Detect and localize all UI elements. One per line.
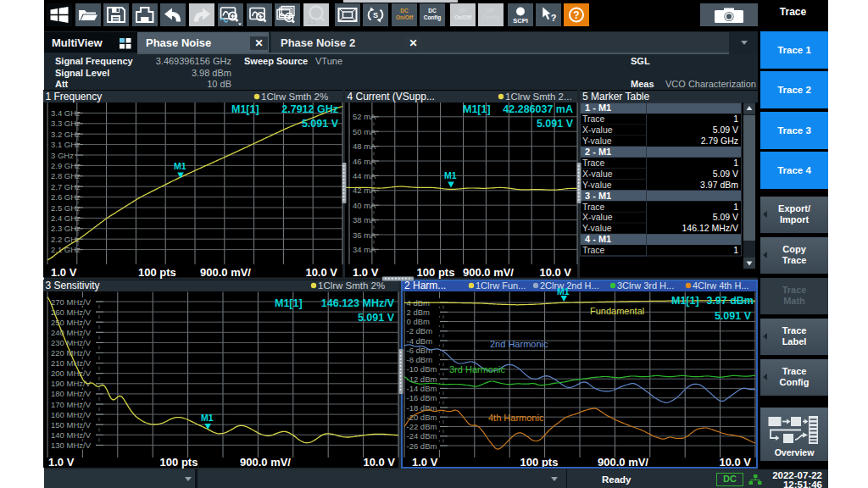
svg-text:140 MHz/V: 140 MHz/V (51, 430, 92, 440)
svg-text:1.0 V: 1.0 V (48, 456, 75, 469)
svg-text:3 Sensitivity: 3 Sensitivity (46, 280, 100, 291)
svg-text:-24 dBm: -24 dBm (407, 431, 437, 441)
svg-text:270 MHz/V: 270 MHz/V (51, 297, 92, 307)
svg-text:M1[1]: M1[1] (231, 103, 259, 115)
svg-text:100 pts: 100 pts (417, 266, 455, 279)
svg-text:1.0 V: 1.0 V (353, 266, 379, 279)
svg-text:M1: M1 (444, 170, 457, 180)
svg-text:48 mA: 48 mA (353, 141, 376, 151)
svg-text:150 MHz/V: 150 MHz/V (51, 420, 92, 430)
svg-text:3.1 GHz: 3.1 GHz (51, 140, 81, 149)
svg-text:X-value: X-value (582, 169, 613, 179)
svg-text:10.0 V: 10.0 V (539, 266, 571, 279)
svg-text:3rd Harmonic: 3rd Harmonic (449, 364, 506, 374)
svg-text:3.2 GHz: 3.2 GHz (51, 130, 81, 139)
svg-text:2.7912 GHz: 2.7912 GHz (281, 103, 338, 115)
svg-text:10.0 V: 10.0 V (305, 266, 337, 279)
svg-text:Fundamental: Fundamental (590, 306, 644, 316)
svg-text:M1: M1 (557, 286, 570, 297)
svg-text:Trace: Trace (582, 158, 605, 168)
svg-text:44 mA: 44 mA (353, 171, 376, 180)
svg-text:M1[1]: M1[1] (275, 297, 303, 309)
svg-text:1Clrw Smth 2...: 1Clrw Smth 2... (505, 92, 572, 102)
svg-text:2.4 GHz: 2.4 GHz (51, 214, 81, 223)
svg-text:Trace: Trace (582, 202, 605, 212)
svg-text:2Clrw 2nd H...: 2Clrw 2nd H... (540, 280, 599, 291)
svg-text:42.286037 mA: 42.286037 mA (503, 103, 573, 115)
svg-text:1.0 V: 1.0 V (51, 266, 77, 279)
svg-text:230 MHz/V: 230 MHz/V (51, 338, 92, 347)
svg-text:2 Harm...: 2 Harm... (404, 280, 446, 291)
svg-text:X-value: X-value (582, 212, 613, 222)
svg-text:Y-value: Y-value (582, 136, 612, 146)
svg-text:4 Current (VSupp...: 4 Current (VSupp... (348, 91, 435, 103)
svg-text:5 Marker Table: 5 Marker Table (582, 91, 649, 103)
svg-text:1Clrw Smth 2%: 1Clrw Smth 2% (318, 280, 385, 291)
svg-text:-16 dBm: -16 dBm (407, 393, 437, 402)
svg-text:240 MHz/V: 240 MHz/V (51, 328, 92, 337)
svg-text:-14 dBm: -14 dBm (407, 384, 437, 393)
svg-text:4 - M1: 4 - M1 (585, 234, 611, 244)
svg-text:900.0 mV/: 900.0 mV/ (598, 456, 648, 469)
svg-text:Trace: Trace (582, 245, 605, 255)
svg-text:130 MHz/V: 130 MHz/V (51, 441, 92, 450)
svg-text:5.091 V: 5.091 V (715, 310, 752, 322)
svg-text:210 MHz/V: 210 MHz/V (51, 358, 92, 368)
svg-text:46 mA: 46 mA (353, 157, 376, 166)
svg-text:170 MHz/V: 170 MHz/V (51, 400, 92, 409)
svg-text:Trace: Trace (582, 114, 605, 124)
svg-text:2.3 GHz: 2.3 GHz (51, 224, 81, 233)
svg-text:38 mA: 38 mA (353, 215, 376, 225)
svg-text:160 MHz/V: 160 MHz/V (51, 410, 92, 419)
svg-text:2.7 GHz: 2.7 GHz (51, 182, 81, 191)
svg-text:3Clrw 3rd H...: 3Clrw 3rd H... (617, 280, 674, 291)
svg-text:Y-value: Y-value (582, 180, 612, 190)
svg-text:52 mA: 52 mA (353, 112, 376, 121)
svg-text:100 pts: 100 pts (520, 456, 559, 469)
svg-text:3.97 dBm: 3.97 dBm (700, 180, 738, 190)
svg-text:1 - M1: 1 - M1 (585, 103, 611, 113)
svg-text:180 MHz/V: 180 MHz/V (51, 389, 92, 398)
svg-text:-26 dBm: -26 dBm (407, 441, 437, 451)
svg-text:220 MHz/V: 220 MHz/V (51, 348, 92, 358)
svg-text:-6 dBm: -6 dBm (407, 346, 433, 355)
svg-text:36 mA: 36 mA (353, 230, 376, 240)
svg-text:2 - M1: 2 - M1 (585, 147, 611, 157)
svg-text:5.09 V: 5.09 V (713, 169, 738, 179)
svg-text:4th Harmonic: 4th Harmonic (488, 413, 544, 423)
svg-text:1Clrw Smth 2%: 1Clrw Smth 2% (261, 92, 328, 102)
svg-text:2nd Harmonic: 2nd Harmonic (490, 339, 548, 349)
svg-text:M1[1]: M1[1] (671, 295, 699, 307)
svg-text:146.123 MHz/V: 146.123 MHz/V (321, 297, 395, 309)
svg-text:34 mA: 34 mA (353, 245, 376, 254)
svg-text:10.0 V: 10.0 V (719, 456, 751, 469)
svg-text:900.0 mV/: 900.0 mV/ (463, 266, 514, 279)
svg-text:3.97 dBm: 3.97 dBm (706, 295, 754, 307)
svg-text:2.6 GHz: 2.6 GHz (51, 192, 81, 202)
svg-text:5.09 V: 5.09 V (713, 212, 738, 222)
svg-text:1.0 V: 1.0 V (412, 456, 438, 469)
svg-text:5.091 V: 5.091 V (302, 118, 339, 130)
svg-text:10.0 V: 10.0 V (363, 456, 395, 469)
svg-text:1: 1 (733, 202, 738, 212)
svg-text:5.09 V: 5.09 V (713, 125, 738, 135)
svg-text:1 Frequency: 1 Frequency (46, 91, 103, 103)
svg-text:2.2 GHz: 2.2 GHz (51, 235, 81, 244)
svg-text:4Clrw 4th H...: 4Clrw 4th H... (693, 280, 749, 291)
svg-text:2.79 GHz: 2.79 GHz (701, 136, 738, 146)
svg-text:100 pts: 100 pts (160, 456, 198, 469)
svg-text:3 - M1: 3 - M1 (585, 191, 611, 201)
svg-text:M1: M1 (201, 413, 214, 423)
svg-text:2 dBm: 2 dBm (407, 308, 431, 317)
svg-text:1: 1 (733, 158, 738, 168)
svg-text:3.3 GHz: 3.3 GHz (51, 119, 81, 128)
svg-text:0 dBm: 0 dBm (407, 317, 431, 326)
svg-text:900.0 mV/: 900.0 mV/ (200, 266, 251, 279)
svg-text:1Clrw Fun...: 1Clrw Fun... (476, 280, 526, 291)
svg-text:100 pts: 100 pts (138, 266, 176, 279)
svg-text:40 mA: 40 mA (353, 201, 376, 210)
svg-text:2.5 GHz: 2.5 GHz (51, 203, 81, 213)
svg-text:2.9 GHz: 2.9 GHz (51, 161, 81, 170)
svg-text:1: 1 (733, 245, 738, 255)
svg-text:-2 dBm: -2 dBm (407, 326, 433, 336)
